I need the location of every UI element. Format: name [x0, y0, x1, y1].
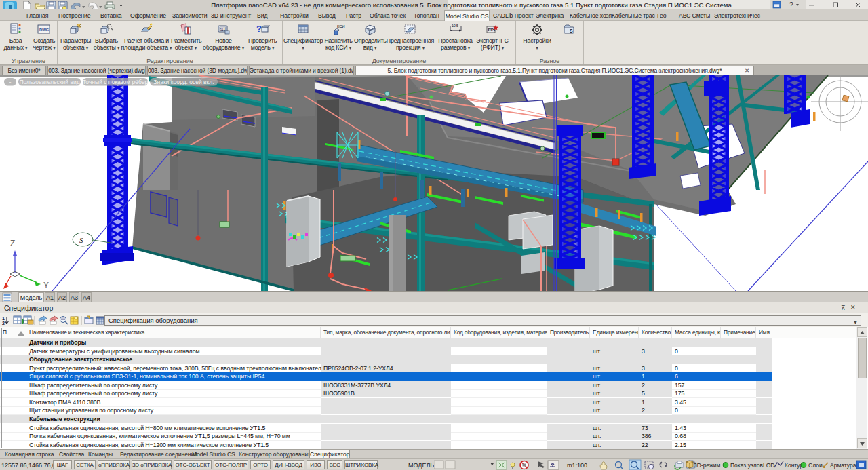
svg-text:S: S — [79, 236, 83, 244]
svg-text:Z: Z — [10, 239, 15, 248]
svg-text:10 5: 10 5 — [452, 24, 458, 28]
svg-text:?: ? — [789, 1, 793, 9]
svg-text:3D-режим: 3D-режим — [694, 462, 720, 469]
svg-text:m1:100: m1:100 — [567, 462, 587, 469]
svg-text:DWG: DWG — [39, 28, 50, 32]
svg-text:Контур: Контур — [785, 462, 804, 469]
svg-text:S: S — [570, 28, 573, 33]
svg-text:-: - — [9, 79, 12, 85]
svg-text:Точный с показом рёбер: Точный с показом рёбер — [83, 79, 149, 85]
svg-text:Пользовательский вид: Пользовательский вид — [19, 79, 79, 85]
svg-text:Слои: Слои — [808, 462, 823, 469]
svg-text:Знаки коорд. осей вкл.: Знаки коорд. осей вкл. — [153, 79, 214, 85]
svg-text:Y: Y — [43, 281, 49, 290]
svg-text:1: 1 — [2, 316, 5, 321]
svg-text:Показ узлов: Показ узлов — [730, 462, 763, 469]
svg-text:610: 610 — [220, 27, 225, 31]
svg-text:?: ? — [256, 24, 262, 34]
svg-text:КСИ: КСИ — [337, 24, 344, 28]
svg-text:2: 2 — [2, 321, 5, 326]
svg-text:LOD: LOD — [763, 462, 774, 469]
